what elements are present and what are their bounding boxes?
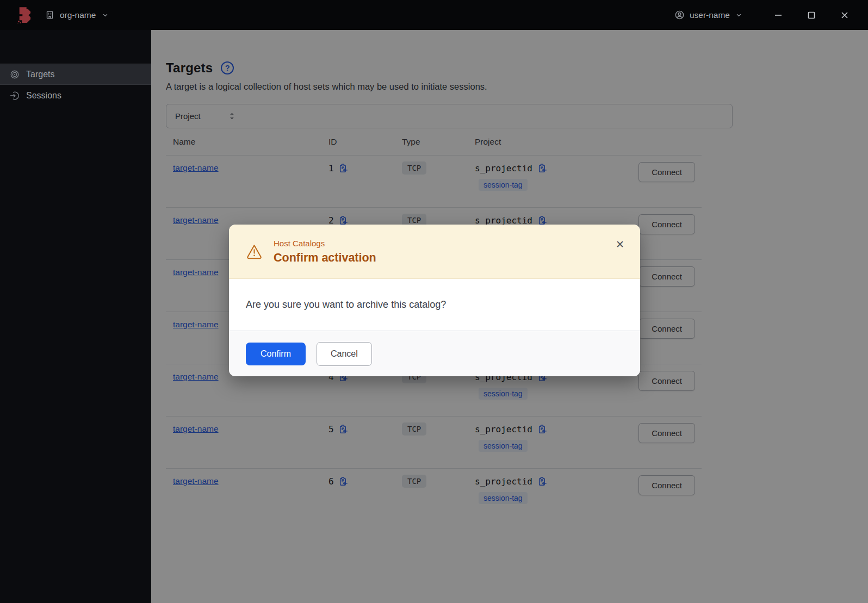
chevron-down-icon: [102, 12, 108, 18]
session-arrow-icon: [10, 91, 20, 101]
warning-triangle-icon: [246, 243, 263, 260]
titlebar: org-name user-name: [0, 0, 868, 30]
confirm-activation-dialog: Host Catalogs Confirm activation ✕ Are y…: [229, 225, 640, 376]
org-building-icon: [45, 10, 54, 20]
sidebar: Targets Sessions: [0, 30, 151, 603]
user-menu[interactable]: user-name: [674, 10, 742, 20]
dialog-tagline: Host Catalogs: [274, 239, 376, 248]
chevron-down-icon: [736, 12, 742, 18]
dialog-footer: Confirm Cancel: [229, 331, 640, 376]
sidebar-item-sessions[interactable]: Sessions: [0, 85, 151, 106]
org-picker[interactable]: org-name: [45, 10, 108, 20]
dialog-question: Are you sure you want to archive this ca…: [246, 299, 446, 310]
confirm-button[interactable]: Confirm: [246, 343, 306, 365]
user-circle-icon: [674, 10, 685, 20]
sidebar-item-label: Targets: [26, 70, 54, 79]
sidebar-item-targets[interactable]: Targets: [0, 64, 151, 85]
sidebar-item-label: Sessions: [26, 91, 61, 101]
dialog-body: Are you sure you want to archive this ca…: [229, 279, 640, 331]
window-controls: [774, 11, 848, 19]
target-bullseye-icon: [10, 70, 20, 79]
boundary-logo-icon: [17, 7, 32, 23]
cancel-button[interactable]: Cancel: [317, 342, 372, 366]
maximize-button[interactable]: [808, 11, 815, 19]
minimize-button[interactable]: [774, 11, 782, 19]
close-icon[interactable]: ✕: [614, 239, 626, 251]
dialog-header: Host Catalogs Confirm activation ✕: [229, 225, 640, 279]
close-window-button[interactable]: [841, 11, 848, 19]
dialog-title: Confirm activation: [274, 251, 376, 265]
org-name-label: org-name: [60, 10, 96, 20]
user-name-label: user-name: [690, 10, 730, 20]
